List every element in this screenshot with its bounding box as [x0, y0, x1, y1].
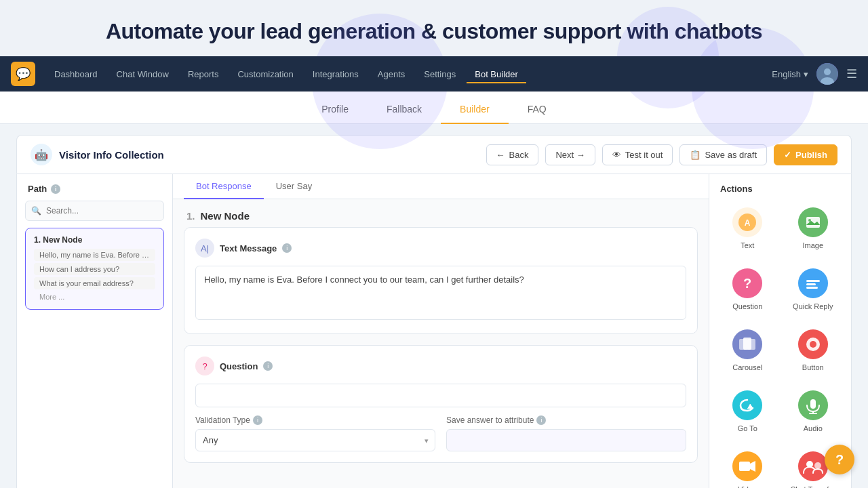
question-block: ? Question i How can I address you? Vali…	[184, 345, 698, 463]
svg-point-3	[824, 68, 831, 75]
tab-profile[interactable]: Profile	[302, 96, 368, 124]
action-question[interactable]: ? Question	[717, 262, 778, 317]
back-arrow-icon: ←	[496, 150, 505, 160]
node-index: 1.	[186, 210, 195, 222]
nav-integrations[interactable]: Integrations	[304, 65, 367, 83]
publish-button[interactable]: ✓ Publish	[774, 144, 837, 165]
nav-settings[interactable]: Settings	[416, 65, 464, 83]
nav-customization[interactable]: Customization	[229, 65, 301, 83]
action-image[interactable]: Image	[783, 201, 844, 256]
middle-panel: Bot Response User Say 1. New Node A| Tex…	[173, 174, 709, 488]
action-question-label: Question	[732, 302, 762, 310]
draft-icon: 📋	[690, 150, 701, 160]
svg-text:💬: 💬	[16, 66, 31, 81]
node-number: 1. New Node	[34, 235, 155, 245]
logo-icon[interactable]: 💬	[11, 62, 35, 86]
sub-tab-user-say[interactable]: User Say	[264, 174, 324, 199]
validation-info-icon[interactable]: i	[253, 415, 262, 425]
action-carousel[interactable]: Carousel	[717, 323, 778, 378]
hero-title: Automate your lead generation & customer…	[0, 0, 868, 56]
action-chat-transfer-label: Chat Transfer	[790, 485, 835, 488]
node-more[interactable]: More ...	[34, 291, 155, 302]
tab-builder[interactable]: Builder	[441, 96, 509, 124]
question-form-row: Validation Type i Any Email Phone Number	[195, 415, 686, 451]
action-text-label: Text	[741, 241, 754, 249]
search-input[interactable]	[25, 201, 164, 221]
save-attr-info-icon[interactable]: i	[536, 415, 546, 425]
tab-fallback[interactable]: Fallback	[368, 96, 441, 124]
text-message-header: A| Text Message i	[195, 239, 686, 258]
svg-point-34	[814, 462, 821, 469]
action-button-label: Button	[802, 363, 824, 371]
action-goto[interactable]: Go To	[717, 384, 778, 439]
validation-col: Validation Type i Any Email Phone Number	[195, 415, 435, 451]
action-video-icon	[732, 451, 762, 481]
workspace-header: 🤖 Visitor Info Collection ← Back Next → …	[16, 135, 852, 174]
validation-label: Validation Type i	[195, 415, 435, 425]
save-attr-input[interactable]: {{address}}	[446, 429, 686, 451]
actions-header: Actions	[709, 174, 851, 201]
help-button[interactable]: ?	[825, 445, 854, 474]
svg-rect-16	[806, 287, 818, 289]
test-button[interactable]: 👁 Test it out	[602, 144, 673, 165]
ws-title: Visitor Info Collection	[59, 149, 164, 161]
nav-dashboard[interactable]: Dashboard	[46, 65, 106, 83]
action-carousel-icon	[732, 329, 762, 359]
nav-chat-window[interactable]: Chat Window	[108, 65, 177, 83]
save-attr-col: Save answer to attribute i {{address}}	[446, 415, 686, 451]
eye-icon: 👁	[612, 150, 621, 160]
question-input[interactable]: How can I address you?	[195, 384, 686, 407]
back-button[interactable]: ← Back	[486, 144, 539, 165]
sub-tabs: Bot Response User Say	[173, 174, 709, 199]
text-message-title: Text Message	[220, 243, 277, 253]
action-quick-reply[interactable]: Quick Reply	[783, 262, 844, 317]
navbar: 💬 Dashboard Chat Window Reports Customiz…	[0, 56, 868, 92]
text-message-info-icon[interactable]: i	[282, 243, 292, 253]
action-video[interactable]: Video	[717, 445, 778, 488]
search-icon: 🔍	[31, 206, 41, 216]
action-video-label: Video	[738, 485, 757, 488]
nav-bot-builder[interactable]: Bot Builder	[467, 65, 526, 83]
nav-agents[interactable]: Agents	[370, 65, 413, 83]
validation-select-wrap: Any Email Phone Number ▾	[195, 429, 435, 451]
action-image-label: Image	[802, 241, 823, 249]
panels: Path i 🔍 1. New Node Hello, my name is E…	[16, 174, 852, 488]
next-button[interactable]: Next →	[545, 144, 595, 165]
path-info-icon[interactable]: i	[51, 184, 60, 194]
left-panel: Path i 🔍 1. New Node Hello, my name is E…	[17, 174, 173, 488]
avatar[interactable]	[816, 63, 838, 85]
ws-title-area: 🤖 Visitor Info Collection	[31, 144, 164, 165]
question-header: ? Question i	[195, 357, 686, 375]
svg-point-23	[810, 341, 816, 348]
svg-text:?: ?	[743, 276, 751, 291]
svg-rect-30	[739, 462, 750, 471]
sub-tab-bot-response[interactable]: Bot Response	[184, 174, 264, 199]
text-message-input[interactable]: Hello, my name is Eva. Before I connect …	[195, 266, 686, 320]
svg-rect-8	[806, 217, 820, 228]
actions-grid: A Text	[709, 201, 851, 488]
check-icon: ✓	[784, 150, 791, 160]
svg-rect-15	[806, 283, 816, 285]
save-draft-button[interactable]: 📋 Save as draft	[679, 144, 767, 165]
question-info-icon[interactable]: i	[263, 361, 273, 371]
action-goto-icon	[732, 390, 762, 420]
node-message-1: Hello, my name is Eva. Before I c...	[34, 249, 155, 261]
action-audio[interactable]: Audio	[783, 384, 844, 439]
action-quickreply-icon	[798, 268, 828, 298]
text-block-icon: A|	[195, 239, 214, 258]
validation-select[interactable]: Any Email Phone Number	[195, 429, 435, 451]
node-list: 1. New Node Hello, my name is Eva. Befor…	[17, 228, 172, 488]
main-content: Profile Fallback Builder FAQ 🤖 Visitor I…	[0, 92, 868, 488]
language-selector[interactable]: English ▾	[772, 69, 808, 79]
nav-reports[interactable]: Reports	[180, 65, 227, 83]
ws-actions: ← Back Next → 👁 Test it out 📋 Save as dr…	[486, 144, 837, 165]
menu-icon[interactable]: ☰	[846, 66, 857, 81]
tab-faq[interactable]: FAQ	[509, 96, 566, 124]
svg-rect-14	[806, 280, 820, 282]
search-box: 🔍	[25, 201, 164, 221]
action-chattransfer-icon	[798, 451, 828, 481]
node-card[interactable]: 1. New Node Hello, my name is Eva. Befor…	[25, 228, 164, 310]
action-button[interactable]: Button	[783, 323, 844, 378]
nav-items: Dashboard Chat Window Reports Customizat…	[46, 65, 772, 83]
action-text[interactable]: A Text	[717, 201, 778, 256]
